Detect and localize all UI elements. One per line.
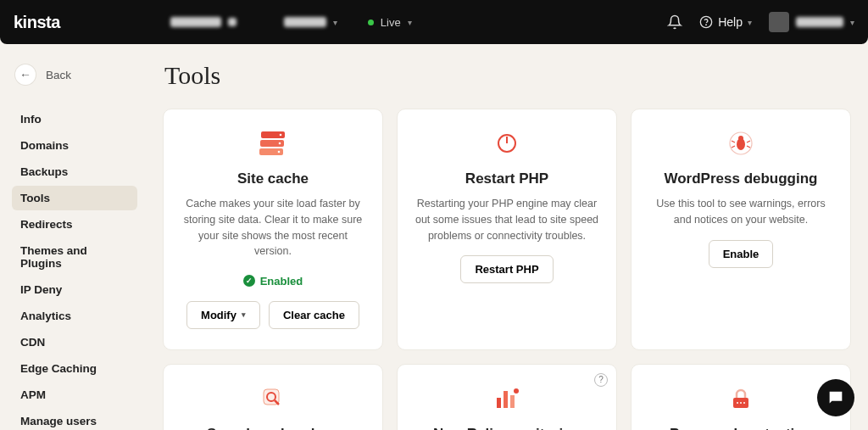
info-icon[interactable]: ? — [594, 373, 608, 387]
tools-grid: Site cache Cache makes your site load fa… — [163, 109, 851, 430]
svg-line-13 — [732, 141, 735, 142]
sidebar-item-redirects[interactable]: Redirects — [12, 212, 137, 237]
modify-button[interactable]: Modify ▾ — [186, 301, 260, 329]
svg-point-12 — [738, 136, 743, 141]
sidebar-item-manage-users[interactable]: Manage users — [12, 409, 137, 430]
page-title: Tools — [163, 61, 851, 90]
card-title: Site cache — [179, 170, 367, 187]
avatar — [769, 12, 789, 32]
chevron-down-icon: ▾ — [333, 18, 337, 27]
svg-rect-20 — [497, 398, 501, 408]
sidebar-item-edge-caching[interactable]: Edge Caching — [12, 356, 137, 381]
svg-point-1 — [706, 25, 707, 25]
svg-line-15 — [732, 146, 735, 148]
svg-point-27 — [743, 402, 745, 404]
card-title: WordPress debugging — [647, 170, 835, 187]
svg-point-23 — [514, 388, 519, 394]
card-title: Password protection — [647, 426, 835, 431]
sidebar-item-cdn[interactable]: CDN — [12, 330, 137, 355]
card-desc: Cache makes your site load faster by sto… — [179, 196, 367, 260]
card-title: New Relic monitoring — [413, 426, 601, 431]
svg-point-26 — [740, 402, 742, 404]
svg-point-5 — [280, 134, 282, 137]
chevron-down-icon: ▾ — [748, 18, 752, 27]
status-badge: ✓ Enabled — [243, 275, 303, 288]
svg-point-6 — [279, 142, 281, 145]
clear-cache-button[interactable]: Clear cache — [269, 301, 359, 329]
help-link[interactable]: Help ▾ — [699, 15, 752, 29]
sidebar-item-tools[interactable]: Tools — [12, 186, 137, 210]
server-icon — [179, 128, 367, 159]
sidebar-nav: Info Domains Backups Tools Redirects The… — [12, 107, 137, 430]
chevron-down-icon: ▾ — [408, 18, 412, 27]
chevron-down-icon: ▾ — [242, 310, 246, 319]
bug-icon — [647, 128, 835, 159]
sidebar-item-themes-plugins[interactable]: Themes and Plugins — [12, 238, 137, 276]
restart-php-button[interactable]: Restart PHP — [460, 255, 553, 283]
search-icon — [179, 383, 367, 414]
card-search-replace: Search and replace Use this tool to repl… — [163, 364, 383, 431]
card-wp-debug: WordPress debugging Use this tool to see… — [631, 109, 851, 350]
card-title: Search and replace — [179, 426, 367, 431]
chat-widget-button[interactable] — [817, 379, 854, 416]
svg-rect-21 — [504, 391, 508, 408]
chevron-down-icon: ▾ — [850, 18, 854, 27]
sidebar-item-domains[interactable]: Domains — [12, 133, 137, 158]
back-label: Back — [46, 69, 71, 81]
topbar: kinsta ▾ Live ▾ Help ▾ ▾ — [0, 0, 868, 44]
user-menu[interactable]: ▾ — [769, 12, 854, 32]
status-dot-icon — [368, 20, 374, 25]
main-content: Tools Site cache Cache makes your site l… — [146, 44, 868, 430]
notifications-icon[interactable] — [667, 14, 682, 30]
project-selector[interactable]: ▾ — [284, 17, 337, 27]
help-label: Help — [718, 15, 743, 29]
card-title: Restart PHP — [413, 170, 601, 187]
env-label: Live — [381, 16, 401, 29]
sidebar-item-backups[interactable]: Backups — [12, 159, 137, 184]
svg-line-14 — [747, 141, 750, 142]
card-desc: Restarting your PHP engine may clear out… — [413, 196, 601, 243]
sidebar-item-analytics[interactable]: Analytics — [12, 304, 137, 328]
env-selector[interactable]: Live ▾ — [368, 16, 412, 29]
site-name-redacted — [170, 17, 221, 27]
svg-point-7 — [278, 151, 281, 154]
svg-line-16 — [747, 146, 750, 148]
check-circle-icon: ✓ — [243, 275, 255, 287]
back-button[interactable]: ← Back — [12, 64, 137, 85]
card-desc: Use this tool to see warnings, errors an… — [647, 196, 835, 228]
site-selector[interactable] — [170, 17, 236, 27]
project-name-redacted — [284, 17, 326, 27]
card-new-relic: ? New Relic monitoring New Relic is a PH… — [397, 364, 617, 431]
arrow-left-icon: ← — [15, 64, 36, 85]
sidebar-item-apm[interactable]: APM — [12, 383, 137, 407]
svg-point-25 — [737, 402, 738, 404]
brand-logo[interactable]: kinsta — [14, 13, 60, 32]
sidebar-item-info[interactable]: Info — [12, 107, 137, 131]
enable-button[interactable]: Enable — [709, 240, 774, 268]
username-redacted — [796, 17, 843, 27]
sidebar-item-ip-deny[interactable]: IP Deny — [12, 277, 137, 302]
breadcrumb: ▾ Live ▾ — [170, 16, 412, 29]
card-site-cache: Site cache Cache makes your site load fa… — [163, 109, 383, 350]
bar-chart-icon — [413, 383, 601, 414]
power-icon — [413, 128, 601, 159]
svg-rect-22 — [510, 395, 515, 408]
sidebar: ← Back Info Domains Backups Tools Redire… — [0, 44, 146, 430]
card-restart-php: Restart PHP Restarting your PHP engine m… — [397, 109, 617, 350]
lock-icon — [647, 383, 835, 414]
